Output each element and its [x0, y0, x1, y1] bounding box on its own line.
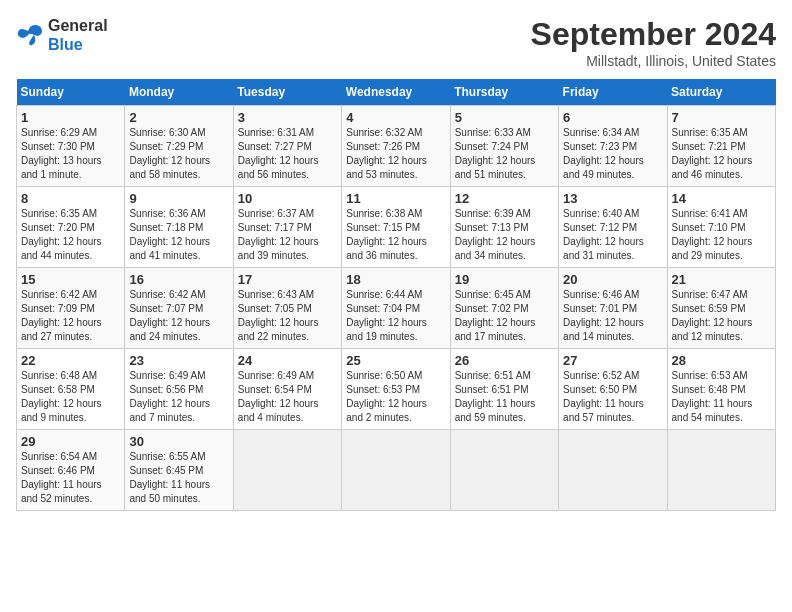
- day-info: Sunrise: 6:49 AMSunset: 6:54 PMDaylight:…: [238, 369, 337, 425]
- calendar-cell: 29Sunrise: 6:54 AMSunset: 6:46 PMDayligh…: [17, 430, 125, 511]
- calendar-cell: 11Sunrise: 6:38 AMSunset: 7:15 PMDayligh…: [342, 187, 450, 268]
- calendar-cell: 13Sunrise: 6:40 AMSunset: 7:12 PMDayligh…: [559, 187, 667, 268]
- weekday-header: Tuesday: [233, 79, 341, 106]
- calendar-cell: 30Sunrise: 6:55 AMSunset: 6:45 PMDayligh…: [125, 430, 233, 511]
- logo-text: General Blue: [48, 16, 108, 54]
- calendar-cell: 24Sunrise: 6:49 AMSunset: 6:54 PMDayligh…: [233, 349, 341, 430]
- day-number: 4: [346, 110, 445, 125]
- day-info: Sunrise: 6:38 AMSunset: 7:15 PMDaylight:…: [346, 207, 445, 263]
- day-number: 21: [672, 272, 771, 287]
- day-number: 6: [563, 110, 662, 125]
- calendar-cell: 5Sunrise: 6:33 AMSunset: 7:24 PMDaylight…: [450, 106, 558, 187]
- day-number: 24: [238, 353, 337, 368]
- calendar-cell: 26Sunrise: 6:51 AMSunset: 6:51 PMDayligh…: [450, 349, 558, 430]
- day-info: Sunrise: 6:36 AMSunset: 7:18 PMDaylight:…: [129, 207, 228, 263]
- day-info: Sunrise: 6:29 AMSunset: 7:30 PMDaylight:…: [21, 126, 120, 182]
- calendar-cell: [450, 430, 558, 511]
- day-number: 19: [455, 272, 554, 287]
- logo-icon: [16, 23, 44, 47]
- calendar-cell: 6Sunrise: 6:34 AMSunset: 7:23 PMDaylight…: [559, 106, 667, 187]
- day-number: 8: [21, 191, 120, 206]
- calendar-cell: 4Sunrise: 6:32 AMSunset: 7:26 PMDaylight…: [342, 106, 450, 187]
- day-number: 28: [672, 353, 771, 368]
- calendar-cell: 19Sunrise: 6:45 AMSunset: 7:02 PMDayligh…: [450, 268, 558, 349]
- calendar-cell: 22Sunrise: 6:48 AMSunset: 6:58 PMDayligh…: [17, 349, 125, 430]
- weekday-header-row: SundayMondayTuesdayWednesdayThursdayFrid…: [17, 79, 776, 106]
- day-number: 14: [672, 191, 771, 206]
- day-info: Sunrise: 6:45 AMSunset: 7:02 PMDaylight:…: [455, 288, 554, 344]
- day-info: Sunrise: 6:51 AMSunset: 6:51 PMDaylight:…: [455, 369, 554, 425]
- calendar-cell: 16Sunrise: 6:42 AMSunset: 7:07 PMDayligh…: [125, 268, 233, 349]
- day-number: 12: [455, 191, 554, 206]
- calendar-week-row: 29Sunrise: 6:54 AMSunset: 6:46 PMDayligh…: [17, 430, 776, 511]
- day-number: 18: [346, 272, 445, 287]
- day-info: Sunrise: 6:35 AMSunset: 7:21 PMDaylight:…: [672, 126, 771, 182]
- day-info: Sunrise: 6:43 AMSunset: 7:05 PMDaylight:…: [238, 288, 337, 344]
- day-number: 5: [455, 110, 554, 125]
- day-info: Sunrise: 6:34 AMSunset: 7:23 PMDaylight:…: [563, 126, 662, 182]
- day-number: 25: [346, 353, 445, 368]
- calendar-cell: 1Sunrise: 6:29 AMSunset: 7:30 PMDaylight…: [17, 106, 125, 187]
- calendar-cell: 2Sunrise: 6:30 AMSunset: 7:29 PMDaylight…: [125, 106, 233, 187]
- day-info: Sunrise: 6:46 AMSunset: 7:01 PMDaylight:…: [563, 288, 662, 344]
- calendar-week-row: 1Sunrise: 6:29 AMSunset: 7:30 PMDaylight…: [17, 106, 776, 187]
- calendar-cell: 17Sunrise: 6:43 AMSunset: 7:05 PMDayligh…: [233, 268, 341, 349]
- day-number: 10: [238, 191, 337, 206]
- day-number: 22: [21, 353, 120, 368]
- page-header: General Blue September 2024 Millstadt, I…: [16, 16, 776, 69]
- day-info: Sunrise: 6:47 AMSunset: 6:59 PMDaylight:…: [672, 288, 771, 344]
- day-info: Sunrise: 6:32 AMSunset: 7:26 PMDaylight:…: [346, 126, 445, 182]
- day-info: Sunrise: 6:55 AMSunset: 6:45 PMDaylight:…: [129, 450, 228, 506]
- day-info: Sunrise: 6:53 AMSunset: 6:48 PMDaylight:…: [672, 369, 771, 425]
- calendar-cell: 15Sunrise: 6:42 AMSunset: 7:09 PMDayligh…: [17, 268, 125, 349]
- calendar-cell: 27Sunrise: 6:52 AMSunset: 6:50 PMDayligh…: [559, 349, 667, 430]
- day-info: Sunrise: 6:54 AMSunset: 6:46 PMDaylight:…: [21, 450, 120, 506]
- logo: General Blue: [16, 16, 108, 54]
- day-number: 11: [346, 191, 445, 206]
- day-number: 15: [21, 272, 120, 287]
- calendar-cell: 7Sunrise: 6:35 AMSunset: 7:21 PMDaylight…: [667, 106, 775, 187]
- day-info: Sunrise: 6:39 AMSunset: 7:13 PMDaylight:…: [455, 207, 554, 263]
- calendar-cell: 28Sunrise: 6:53 AMSunset: 6:48 PMDayligh…: [667, 349, 775, 430]
- weekday-header: Thursday: [450, 79, 558, 106]
- day-info: Sunrise: 6:44 AMSunset: 7:04 PMDaylight:…: [346, 288, 445, 344]
- day-number: 29: [21, 434, 120, 449]
- day-info: Sunrise: 6:31 AMSunset: 7:27 PMDaylight:…: [238, 126, 337, 182]
- day-info: Sunrise: 6:37 AMSunset: 7:17 PMDaylight:…: [238, 207, 337, 263]
- calendar-cell: [342, 430, 450, 511]
- calendar-cell: [233, 430, 341, 511]
- day-number: 3: [238, 110, 337, 125]
- calendar-cell: 3Sunrise: 6:31 AMSunset: 7:27 PMDaylight…: [233, 106, 341, 187]
- weekday-header: Monday: [125, 79, 233, 106]
- day-info: Sunrise: 6:52 AMSunset: 6:50 PMDaylight:…: [563, 369, 662, 425]
- day-number: 2: [129, 110, 228, 125]
- calendar-cell: 18Sunrise: 6:44 AMSunset: 7:04 PMDayligh…: [342, 268, 450, 349]
- day-number: 23: [129, 353, 228, 368]
- day-info: Sunrise: 6:42 AMSunset: 7:09 PMDaylight:…: [21, 288, 120, 344]
- weekday-header: Saturday: [667, 79, 775, 106]
- day-number: 16: [129, 272, 228, 287]
- weekday-header: Friday: [559, 79, 667, 106]
- calendar-cell: 8Sunrise: 6:35 AMSunset: 7:20 PMDaylight…: [17, 187, 125, 268]
- calendar-table: SundayMondayTuesdayWednesdayThursdayFrid…: [16, 79, 776, 511]
- day-number: 7: [672, 110, 771, 125]
- weekday-header: Sunday: [17, 79, 125, 106]
- day-number: 20: [563, 272, 662, 287]
- calendar-cell: 23Sunrise: 6:49 AMSunset: 6:56 PMDayligh…: [125, 349, 233, 430]
- month-title: September 2024: [531, 16, 776, 53]
- calendar-cell: 10Sunrise: 6:37 AMSunset: 7:17 PMDayligh…: [233, 187, 341, 268]
- day-number: 26: [455, 353, 554, 368]
- day-info: Sunrise: 6:42 AMSunset: 7:07 PMDaylight:…: [129, 288, 228, 344]
- day-info: Sunrise: 6:48 AMSunset: 6:58 PMDaylight:…: [21, 369, 120, 425]
- day-number: 17: [238, 272, 337, 287]
- day-number: 30: [129, 434, 228, 449]
- calendar-cell: 21Sunrise: 6:47 AMSunset: 6:59 PMDayligh…: [667, 268, 775, 349]
- day-info: Sunrise: 6:40 AMSunset: 7:12 PMDaylight:…: [563, 207, 662, 263]
- day-number: 1: [21, 110, 120, 125]
- calendar-week-row: 22Sunrise: 6:48 AMSunset: 6:58 PMDayligh…: [17, 349, 776, 430]
- calendar-cell: 25Sunrise: 6:50 AMSunset: 6:53 PMDayligh…: [342, 349, 450, 430]
- day-info: Sunrise: 6:35 AMSunset: 7:20 PMDaylight:…: [21, 207, 120, 263]
- calendar-cell: 9Sunrise: 6:36 AMSunset: 7:18 PMDaylight…: [125, 187, 233, 268]
- weekday-header: Wednesday: [342, 79, 450, 106]
- calendar-cell: 14Sunrise: 6:41 AMSunset: 7:10 PMDayligh…: [667, 187, 775, 268]
